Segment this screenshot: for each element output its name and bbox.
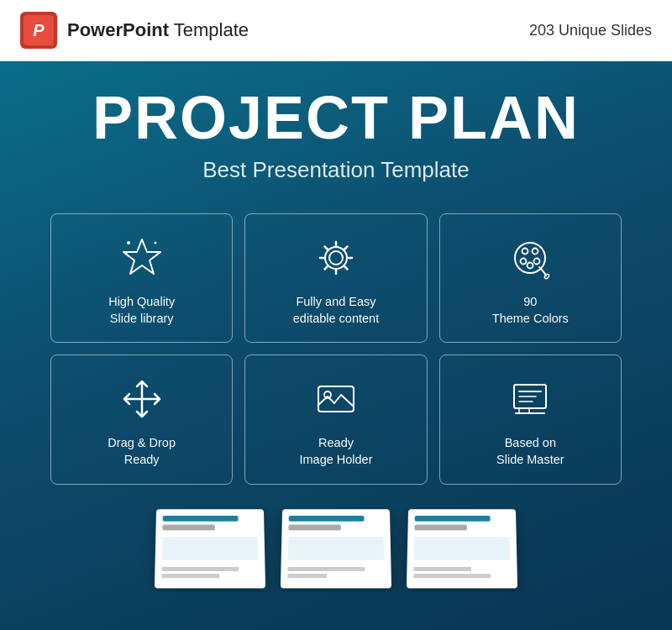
move-icon bbox=[117, 374, 167, 424]
svg-point-4 bbox=[329, 251, 343, 265]
slide-text-line bbox=[161, 574, 219, 578]
slides-svg bbox=[507, 376, 553, 422]
slide-preview-line bbox=[162, 524, 214, 530]
gear-svg bbox=[313, 235, 359, 281]
svg-point-5 bbox=[325, 247, 347, 269]
svg-point-8 bbox=[533, 248, 538, 254]
slide-preview-box bbox=[414, 537, 511, 560]
svg-point-11 bbox=[534, 258, 540, 264]
slide-text-line bbox=[287, 574, 326, 578]
slide-text-lines bbox=[287, 567, 384, 578]
header-title-bold: PowerPoint bbox=[67, 19, 169, 40]
header-left: P PowerPoint Template bbox=[20, 12, 249, 49]
svg-point-1 bbox=[127, 241, 130, 244]
slide-text-line bbox=[413, 574, 491, 578]
slide-text-line bbox=[287, 567, 365, 571]
feature-card-slide-master[interactable]: Based onSlide Master bbox=[439, 354, 622, 485]
svg-point-2 bbox=[154, 241, 156, 244]
slides-icon bbox=[505, 374, 555, 424]
slide-text-lines bbox=[413, 567, 510, 578]
svg-point-10 bbox=[528, 262, 533, 268]
star-svg bbox=[119, 235, 165, 281]
project-title: PROJECT PLAN bbox=[92, 87, 580, 150]
feature-label-slide-master: Based onSlide Master bbox=[496, 434, 564, 469]
move-svg bbox=[119, 376, 165, 422]
powerpoint-logo: P bbox=[20, 12, 57, 49]
star-icon bbox=[117, 233, 167, 283]
svg-marker-0 bbox=[123, 239, 160, 274]
svg-point-9 bbox=[521, 258, 527, 264]
image-icon bbox=[311, 374, 361, 424]
feature-label-theme-colors: 90Theme Colors bbox=[492, 293, 569, 328]
header-title: PowerPoint Template bbox=[67, 19, 249, 41]
slide-preview-line bbox=[289, 516, 365, 522]
header: P PowerPoint Template 203 Unique Slides bbox=[0, 0, 672, 61]
slide-preview-3 bbox=[407, 509, 517, 588]
feature-card-drag-drop[interactable]: Drag & DropReady bbox=[50, 354, 233, 485]
palette-icon bbox=[505, 233, 555, 283]
slide-preview-box bbox=[162, 537, 259, 560]
slide-text-line bbox=[413, 567, 471, 571]
slide-text-lines bbox=[161, 567, 258, 578]
slide-preview-1 bbox=[155, 509, 265, 588]
feature-label-drag-drop: Drag & DropReady bbox=[108, 434, 176, 469]
slide-preview-line bbox=[415, 516, 491, 522]
feature-label-high-quality: High QualitySlide library bbox=[108, 293, 175, 328]
slide-text-line bbox=[161, 567, 239, 571]
feature-cards-grid: High QualitySlide library Fully and Easy… bbox=[50, 213, 622, 485]
feature-card-high-quality[interactable]: High QualitySlide library bbox=[50, 213, 233, 344]
slide-preview-2 bbox=[281, 509, 391, 588]
slide-preview-line bbox=[414, 524, 466, 530]
slide-preview-line bbox=[288, 524, 340, 530]
slides-preview-area bbox=[17, 508, 655, 592]
feature-card-theme-colors[interactable]: 90Theme Colors bbox=[439, 213, 622, 344]
palette-svg bbox=[507, 235, 553, 281]
unique-slides-count: 203 Unique Slides bbox=[529, 22, 652, 39]
svg-point-7 bbox=[522, 248, 528, 254]
feature-card-editable[interactable]: Fully and Easyeditable content bbox=[244, 213, 427, 344]
slide-preview-box bbox=[288, 537, 385, 560]
slide-preview-line bbox=[163, 516, 239, 522]
svg-point-3 bbox=[124, 252, 127, 255]
gear-icon bbox=[311, 233, 361, 283]
logo-letter: P bbox=[24, 15, 54, 45]
image-svg bbox=[313, 376, 359, 422]
feature-label-image-holder: ReadyImage Holder bbox=[299, 434, 372, 469]
header-title-rest: Template bbox=[169, 19, 249, 40]
feature-label-editable: Fully and Easyeditable content bbox=[293, 293, 379, 328]
main-content: PROJECT PLAN Best Presentation Template … bbox=[0, 61, 672, 630]
project-subtitle: Best Presentation Template bbox=[202, 157, 469, 183]
feature-card-image-holder[interactable]: ReadyImage Holder bbox=[244, 354, 427, 485]
